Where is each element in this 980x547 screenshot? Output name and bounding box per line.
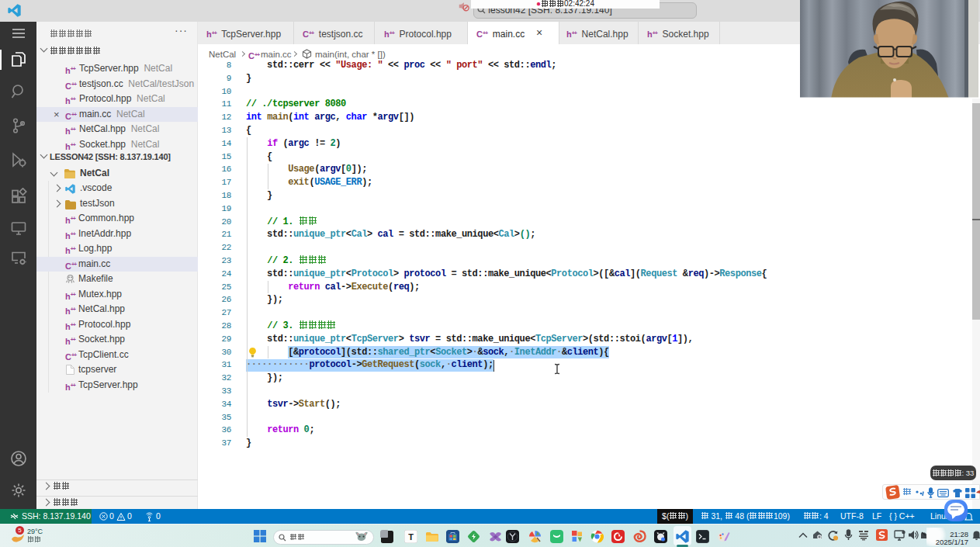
svg-text:T: T <box>408 532 414 542</box>
